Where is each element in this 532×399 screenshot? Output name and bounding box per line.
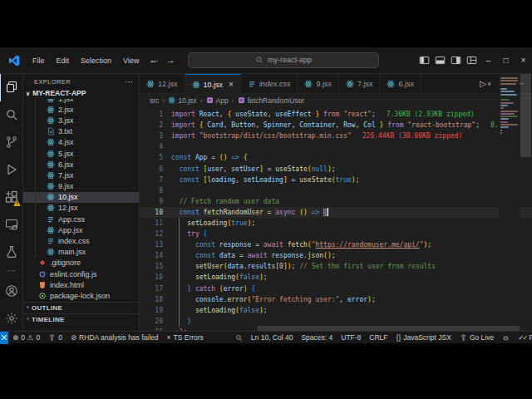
status-eol[interactable]: CRLF (365, 332, 392, 344)
history-nav: ← → (149, 47, 175, 73)
line-number: 4 (140, 143, 171, 150)
activitybar-run-debug[interactable] (0, 156, 22, 184)
command-center[interactable]: my-react-app (188, 52, 379, 68)
tree-item-main.jsx[interactable]: main.jsx (23, 247, 139, 258)
tree-item-10.jsx[interactable]: 10.jsx (23, 192, 139, 203)
menu-item-file[interactable]: File (27, 54, 51, 67)
status-search-status[interactable] (231, 332, 247, 344)
breadcrumb-item-App[interactable]: App (206, 96, 229, 105)
back-arrow-icon[interactable]: ← (149, 56, 158, 65)
status-prettier[interactable]: ✓✓Prettier (514, 332, 532, 344)
tree-item-12.jsx[interactable]: 12.jsx (23, 203, 139, 214)
tree-item-5.jsx[interactable]: 5.jsx (23, 148, 139, 159)
status-remote-indicator[interactable] (0, 332, 8, 344)
status-encoding[interactable]: UTF-8 (337, 332, 365, 344)
tree-item-2.jsx[interactable]: 2.jsx (23, 104, 139, 115)
activitybar-testing[interactable] (0, 238, 22, 265)
react-file-icon (47, 150, 55, 158)
run-button[interactable]: ▷∨ (480, 80, 491, 88)
minimap[interactable] (499, 74, 520, 332)
code-token: const (171, 154, 195, 161)
status-extension-status[interactable] (498, 332, 514, 344)
tab-10.jsx[interactable]: 10.jsx× (185, 74, 241, 94)
status-ts-errors[interactable]: ×TS Errors (163, 332, 208, 344)
status-problems[interactable]: ⊗0⚠0 (8, 332, 44, 344)
import-cost-annotation: 226.44KB (30.00KB zipped) (362, 132, 462, 140)
code-token: = (264, 165, 275, 173)
tree-item-App.jsx[interactable]: App.jsx (23, 224, 139, 235)
chevron-right-icon: › (27, 304, 29, 311)
code-token: } (312, 111, 320, 118)
code-editor[interactable]: 1import React, { useState, useEffect } f… (140, 106, 532, 332)
close-button[interactable]: × (515, 47, 532, 73)
panel-left-toggle-icon[interactable] (416, 47, 432, 73)
activitybar-explorer[interactable] (0, 74, 22, 101)
tab-9.jsx[interactable]: 9.jsx (298, 74, 339, 93)
tree-item-.gitignore[interactable]: .gitignore (23, 258, 139, 268)
panel-right-toggle-icon[interactable] (448, 47, 464, 73)
activitybar-extensions[interactable]: ! (0, 183, 22, 210)
tree-item-3.jsx[interactable]: 3.jsx (23, 115, 139, 126)
tree-item-4.jsx[interactable]: 4.jsx (23, 137, 139, 148)
tree-item-index.css[interactable]: index.css (23, 235, 139, 246)
status-cursor-position[interactable]: Ln 10, Col 40 (247, 332, 298, 344)
line-number: 19 (140, 307, 171, 314)
explorer-more-icon[interactable]: ⋯ (126, 77, 134, 86)
code-token: () (219, 154, 228, 161)
breadcrumb-item-10.jsx[interactable]: 10.jsx (168, 96, 196, 105)
activitybar-account[interactable] (0, 277, 22, 304)
code-token (171, 273, 195, 281)
tree-item-7.jsx[interactable]: 7.jsx (23, 170, 139, 180)
status-ports[interactable]: 0 (44, 332, 66, 344)
vertical-scrollbar-thumb[interactable] (520, 74, 531, 157)
status-text: 0 (58, 333, 62, 342)
maximize-button[interactable]: □ (497, 47, 515, 73)
section-outline[interactable]: ›OUTLINE (23, 302, 139, 313)
menu-item-edit[interactable]: Edit (51, 54, 76, 67)
file-label: 2.jsx (58, 106, 74, 114)
code-line: 15 setUser(data.results[0]); // Set the … (140, 261, 532, 272)
code-token: json (308, 252, 323, 259)
tree-item-package-lock.json[interactable]: package-lock.json (23, 290, 139, 301)
workspace-root-folder[interactable]: ∨ MY-REACT-APP (23, 87, 139, 99)
activitybar-remote-explorer[interactable] (0, 210, 22, 238)
code-token: } (376, 121, 384, 129)
tree-item-3.txt[interactable]: 3.txt (23, 126, 139, 137)
section-timeline[interactable]: ›TIMELINE (23, 313, 139, 325)
status-go-live[interactable]: Go Live (456, 332, 498, 344)
menu-item-view[interactable]: View (117, 54, 145, 67)
breadcrumb-separator: › (232, 96, 234, 105)
activitybar-search[interactable] (0, 101, 22, 129)
status-language-mode[interactable]: {}JavaScript JSX (392, 332, 456, 344)
tab-7.jsx[interactable]: 7.jsx (339, 74, 381, 93)
tree-item-index.html[interactable]: index.html (23, 279, 139, 290)
tree-item-eslint.config.js[interactable]: eslint.config.js (23, 268, 139, 279)
minimap-line (500, 88, 507, 90)
menu-item-selection[interactable]: Selection (75, 54, 117, 67)
tab-index.css[interactable]: index.css (241, 74, 298, 93)
activitybar-settings[interactable] (0, 304, 22, 332)
status-indentation[interactable]: Spaces: 4 (297, 332, 337, 344)
statusbar-right: Ln 10, Col 40Spaces: 4UTF-8CRLF{}JavaScr… (247, 332, 532, 344)
tree-item-9.jsx[interactable]: 9.jsx (23, 181, 139, 192)
breadcrumb-item-src[interactable]: src (150, 96, 159, 105)
tab-6.jsx[interactable]: 6.jsx (380, 74, 421, 93)
code-token: https://randomuser.me/api/ (315, 241, 419, 249)
panel-bottom-toggle-icon[interactable] (432, 47, 448, 73)
tree-item-App.css[interactable]: App.css (23, 214, 139, 224)
layout-toggle-icon[interactable] (464, 47, 480, 73)
breadcrumb-item-fetchRandomUser[interactable]: fetchRandomUser (238, 96, 305, 105)
minimize-button[interactable]: – (480, 47, 497, 73)
activitybar-more[interactable]: ··· (0, 265, 22, 277)
file-label: index.html (50, 281, 84, 289)
status-text: 0 (36, 333, 40, 342)
tab-label: index.css (259, 80, 291, 88)
code-token: const (180, 165, 204, 173)
vertical-scrollbar[interactable] (520, 74, 532, 332)
close-icon[interactable]: × (229, 80, 234, 89)
tree-item-6.jsx[interactable]: 6.jsx (23, 159, 139, 170)
activitybar-source-control[interactable] (0, 129, 22, 156)
status-rhda-status[interactable]: ⊘RHDA analysis has failed (66, 332, 163, 344)
forward-arrow-icon[interactable]: → (166, 56, 175, 65)
tab-12.jsx[interactable]: 12.jsx (140, 74, 185, 93)
